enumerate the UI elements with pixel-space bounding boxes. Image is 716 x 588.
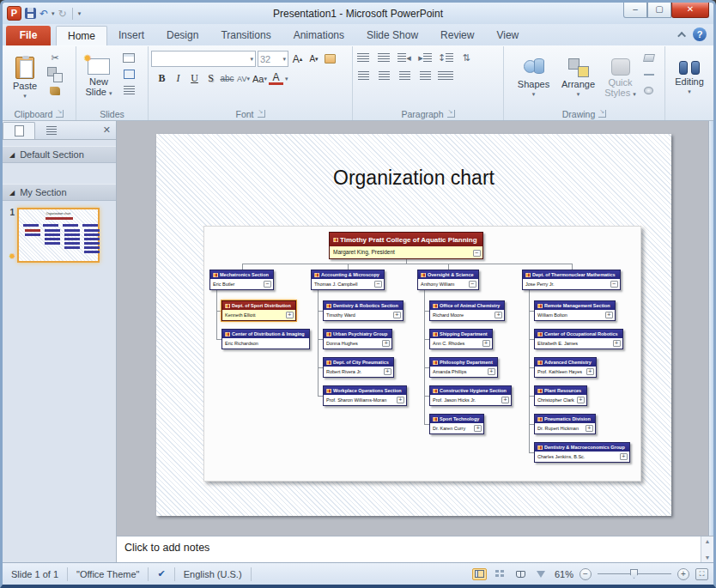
new-slide-button[interactable]: NewSlide ▾ bbox=[79, 48, 118, 107]
tab-review[interactable]: Review bbox=[429, 26, 485, 45]
change-case-button[interactable]: Aa▾ bbox=[252, 71, 267, 86]
drawing-dialog-launcher-icon[interactable]: ↘ bbox=[598, 110, 606, 118]
paragraph-dialog-launcher-icon[interactable]: ↘ bbox=[447, 110, 455, 118]
title-bar[interactable]: P ↶▾ ↻ ▾ Presentation1 - Microsoft Power… bbox=[3, 3, 713, 24]
org-box[interactable]: Mechatronics SectionEric Butler− bbox=[209, 270, 274, 290]
numbering-button[interactable] bbox=[376, 52, 391, 64]
format-painter-button[interactable] bbox=[47, 84, 63, 97]
minimize-button[interactable]: – bbox=[623, 3, 647, 18]
paste-button[interactable]: Paste▾ bbox=[5, 48, 45, 107]
org-box[interactable]: Workplace Operations SectionProf. Sharon… bbox=[323, 385, 407, 406]
slideshow-button[interactable] bbox=[534, 568, 549, 580]
shape-fill-button[interactable] bbox=[641, 52, 657, 64]
tab-view[interactable]: View bbox=[485, 26, 530, 45]
italic-button[interactable]: I bbox=[171, 71, 185, 86]
notes-pane[interactable]: Click to add notes ▲▼ bbox=[117, 536, 713, 562]
zoom-level[interactable]: 61% bbox=[555, 569, 573, 579]
org-box[interactable]: Timothy Pratt College of Aquatic Plannin… bbox=[329, 232, 483, 259]
section-header-my-section[interactable]: ◢ My Section bbox=[3, 184, 116, 201]
scroll-up-icon[interactable]: ▲ bbox=[705, 538, 711, 544]
expand-toggle[interactable]: + bbox=[586, 425, 593, 432]
section-header-default[interactable]: ◢ Default Section bbox=[3, 146, 116, 163]
slide-indicator[interactable]: Slide 1 of 1 bbox=[3, 567, 68, 581]
columns-button[interactable] bbox=[438, 70, 453, 82]
org-box[interactable]: Oversight & ScienceAnthony William− bbox=[417, 270, 479, 290]
slide-title[interactable]: Organization chart bbox=[156, 167, 671, 190]
increase-indent-button[interactable]: ▸ bbox=[417, 52, 433, 64]
reading-view-button[interactable] bbox=[513, 568, 528, 580]
maximize-button[interactable]: ▢ bbox=[647, 3, 671, 18]
tab-file[interactable]: File bbox=[6, 26, 51, 45]
expand-toggle[interactable]: + bbox=[384, 368, 391, 375]
expand-toggle[interactable]: + bbox=[501, 397, 509, 403]
expand-toggle[interactable]: + bbox=[620, 453, 628, 460]
align-left-button[interactable] bbox=[355, 70, 371, 82]
expand-toggle[interactable]: + bbox=[382, 340, 390, 347]
zoom-out-button[interactable]: − bbox=[579, 568, 592, 580]
help-button[interactable]: ? bbox=[693, 27, 707, 41]
org-chart-object[interactable]: Timothy Pratt College of Aquatic Plannin… bbox=[203, 226, 641, 482]
arrange-button[interactable]: Arrange▾ bbox=[557, 48, 600, 107]
scroll-down-icon[interactable]: ▼ bbox=[705, 555, 711, 561]
align-center-button[interactable] bbox=[376, 70, 391, 82]
close-button[interactable]: ✕ bbox=[671, 3, 709, 18]
org-box[interactable]: Philosophy DepartmentAmanda Phillips+ bbox=[429, 357, 498, 378]
expand-toggle[interactable]: + bbox=[577, 397, 585, 403]
notes-scrollbar[interactable]: ▲▼ bbox=[701, 536, 713, 562]
shape-effects-button[interactable] bbox=[641, 84, 657, 97]
cut-button[interactable]: ✂ bbox=[47, 52, 63, 64]
reset-button[interactable] bbox=[121, 68, 137, 81]
tab-transitions[interactable]: Transitions bbox=[209, 26, 282, 45]
normal-view-button[interactable] bbox=[472, 568, 487, 580]
slide-sorter-button[interactable] bbox=[493, 568, 507, 580]
shape-outline-button[interactable] bbox=[641, 68, 657, 81]
org-box[interactable]: Dept. of Sport DistributionKenneth Ellio… bbox=[221, 300, 296, 321]
paste-dropdown-arrow[interactable]: ▾ bbox=[23, 93, 27, 100]
zoom-in-button[interactable]: + bbox=[677, 568, 689, 580]
tab-slide-show[interactable]: Slide Show bbox=[355, 26, 429, 45]
slide-editing-area[interactable]: Organization chart Timothy Pratt College… bbox=[117, 121, 713, 536]
font-color-button[interactable]: A bbox=[269, 72, 283, 85]
org-box[interactable]: Sport TechnologyDr. Karen Curry+ bbox=[429, 414, 484, 434]
font-size-combo[interactable]: 32▾ bbox=[258, 51, 288, 67]
org-box[interactable]: Advanced ChemistryProf. Kathleen Hayes+ bbox=[534, 357, 597, 378]
bold-button[interactable]: B bbox=[155, 71, 169, 86]
collapse-toggle[interactable]: − bbox=[610, 281, 618, 288]
tab-home[interactable]: Home bbox=[56, 26, 107, 45]
layout-button[interactable] bbox=[121, 52, 137, 64]
align-right-button[interactable] bbox=[397, 70, 412, 82]
org-box[interactable]: Urban Psychiatry GroupDonna Hughes+ bbox=[323, 329, 392, 349]
editing-button[interactable]: Editing▾ bbox=[670, 48, 709, 107]
line-spacing-button[interactable]: ↕ bbox=[438, 52, 453, 64]
expand-toggle[interactable]: + bbox=[488, 368, 495, 375]
tab-insert[interactable]: Insert bbox=[107, 26, 155, 45]
shapes-button[interactable]: Shapes▾ bbox=[513, 48, 555, 107]
org-box[interactable]: Center of Occupational RoboticsElizabeth… bbox=[534, 329, 623, 349]
language-indicator[interactable]: English (U.S.) bbox=[175, 567, 252, 581]
character-spacing-button[interactable]: AV▾ bbox=[236, 71, 251, 86]
slide-thumbnail[interactable]: Organization chart ✹ bbox=[17, 208, 100, 263]
collapse-ribbon-icon[interactable] bbox=[677, 31, 686, 39]
expand-toggle[interactable]: + bbox=[474, 425, 482, 432]
tab-design[interactable]: Design bbox=[155, 26, 209, 45]
expand-toggle[interactable]: + bbox=[613, 340, 621, 347]
outline-tab[interactable] bbox=[35, 122, 68, 139]
quick-styles-button[interactable]: QuickStyles ▾ bbox=[602, 48, 640, 107]
org-box[interactable]: Dentistry & Robotics SectionTimothy Ward… bbox=[323, 300, 404, 321]
decrease-indent-button[interactable]: ◂ bbox=[397, 52, 412, 64]
font-dialog-launcher-icon[interactable]: ↘ bbox=[258, 110, 265, 118]
font-color-dropdown-arrow[interactable]: ▾ bbox=[285, 76, 288, 82]
grow-font-button[interactable]: A▴ bbox=[290, 52, 305, 66]
expand-toggle[interactable]: + bbox=[482, 340, 490, 347]
org-box[interactable]: Shipping DepartmentAnn C. Rhodes+ bbox=[429, 329, 493, 349]
font-family-combo[interactable]: ▾ bbox=[151, 51, 256, 67]
justify-button[interactable] bbox=[417, 70, 433, 82]
text-direction-button[interactable]: ⇅ bbox=[458, 52, 474, 64]
org-box[interactable]: Office of Animal ChemistryRichard Moore+ bbox=[429, 300, 505, 321]
section-button[interactable] bbox=[121, 84, 137, 97]
slide-canvas[interactable]: Organization chart Timothy Pratt College… bbox=[156, 134, 671, 516]
zoom-slider[interactable] bbox=[598, 573, 671, 574]
section-collapse-icon[interactable]: ◢ bbox=[9, 151, 15, 159]
clear-formatting-button[interactable] bbox=[323, 52, 337, 66]
expand-toggle[interactable]: + bbox=[286, 312, 294, 318]
